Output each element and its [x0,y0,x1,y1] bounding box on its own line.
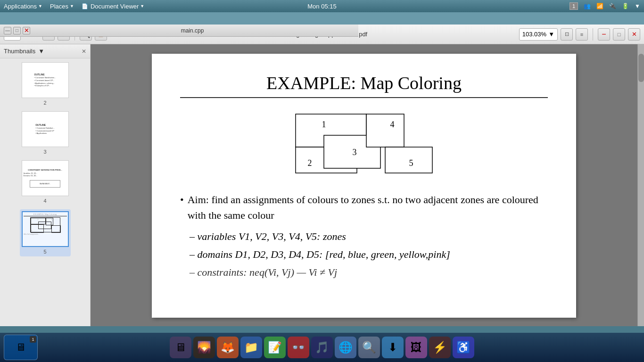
zoom-out-button[interactable]: − [598,28,610,41]
pdf-viewer-window: — □ ✕ main.cpp of 113 ◀ ▶ 🔍 📋 Constraint… [0,12,644,314]
thumbnails-close-button[interactable]: ✕ [82,48,86,55]
document-viewer-menu[interactable]: 📄 Document Viewer ▼ [82,3,144,10]
dash-line-3: – constraints: neq(Vi, Vj) — Vi ≠ Vj [180,266,548,279]
dock-icon-9[interactable]: ⬇ [382,337,404,358]
window-title: main.cpp [30,27,355,34]
taskbar-badge: 1 [30,336,36,343]
dock-icon-4[interactable]: 📝 [264,337,286,358]
system-time: Mon 05:15 [307,3,336,10]
taskbar-left: 🖥 1 [4,335,38,360]
zoom-level: 103.03% [522,31,546,38]
system-bar-right: 1 👥 📶 🔌 🔋 ▼ [570,2,640,10]
places-arrow: ▼ [70,4,74,8]
thumbnail-page-4[interactable]: CONSTRAINT SATISFACTION PROB... Variable… [22,160,69,204]
pdf-page-content: EXAMPLE: Map Coloring 1 2 3 [152,54,576,318]
window-title-bar: — □ ✕ main.cpp [0,25,358,37]
thumbnail-image-4: CONSTRAINT SATISFACTION PROB... Variable… [22,160,69,196]
thumbnails-list: OUTLINE • Constraint Satisfaction... • C… [0,58,90,326]
svg-text:4: 4 [390,120,395,129]
taskbar-app-icon[interactable]: 🖥 1 [4,335,38,360]
thumbnail-label-4: 4 [43,198,46,204]
window-controls: — □ ✕ [4,27,30,34]
document-viewer-arrow: ▼ [140,4,144,8]
places-label: Places [50,3,68,10]
zoom-arrow: ▼ [548,31,554,38]
thumbnails-header: Thumbnails ▼ ✕ [0,44,90,58]
dock-icon-11[interactable]: ⚡ [429,337,451,358]
document-viewer-label: Document Viewer [91,3,139,10]
dock-icon-7[interactable]: 🌐 [335,337,356,358]
pdf-content-area: Thumbnails ▼ ✕ OUTLINE • Constraint Sati… [0,44,644,326]
pdf-scrollbar[interactable] [637,44,644,326]
dock-icon-12[interactable]: ♿ [453,337,474,358]
places-menu[interactable]: Places ▼ [50,3,74,10]
zoom-control[interactable]: 103.03% ▼ [519,28,558,41]
dock-icon-6[interactable]: 🎵 [311,337,333,358]
close-button[interactable]: ✕ [23,27,30,34]
document-viewer-icon: 📄 [82,3,88,9]
thumbnail-label-2: 2 [43,100,46,106]
applications-menu[interactable]: Applications ▼ [4,3,42,10]
thumbnail-page-2[interactable]: OUTLINE • Constraint Satisfaction... • C… [22,62,69,106]
power-icon: ▼ [635,3,640,9]
system-bar-left: Applications ▼ Places ▼ 📄 Document Viewe… [4,3,144,10]
thumbnail-image-5: EXAMPLE: Map Coloring 1 2 3 4 5 • Aim: f… [22,211,69,247]
dock-icon-2[interactable]: 🦊 [217,337,239,358]
users-icon: 👥 [584,3,591,9]
title-divider [180,97,548,98]
dash-line-2: – domains D1, D2, D3, D4, D5: [red, blue… [180,248,548,261]
page-title: EXAMPLE: Map Coloring [180,73,548,93]
thumbnail-label-3: 3 [43,149,46,155]
bullet-text-1: Aim: find an assignments of colours to z… [188,192,548,223]
pdf-main-view[interactable]: EXAMPLE: Map Coloring 1 2 3 [91,44,637,326]
dock-icon-1[interactable]: 🌄 [193,337,215,358]
thumbnail-label-5: 5 [43,249,46,255]
thumbnail-image-2: OUTLINE • Constraint Satisfaction... • C… [22,62,69,98]
app-icon: 🖥 [16,341,26,354]
thumbnail-page-3[interactable]: OUTLINE • Constraint Satisfact... • Cons… [22,111,69,155]
wifi-icon: 📶 [596,3,603,9]
view-mode-button[interactable]: ≡ [576,28,588,41]
svg-text:1: 1 [322,120,326,129]
dock-icons: 🖥 🌄 🦊 📁 📝 👓 🎵 🌐 🔍 ⬇ 🖼 ⚡ ♿ [170,337,474,358]
thumbnails-label: Thumbnails [4,48,35,55]
thumbnail-page-5[interactable]: EXAMPLE: Map Coloring 1 2 3 4 5 • Aim: f… [20,209,71,256]
dock-icon-10[interactable]: 🖼 [405,337,427,358]
thumbnails-panel: Thumbnails ▼ ✕ OUTLINE • Constraint Sati… [0,44,91,326]
pdf-scrollbar-thumb[interactable] [638,54,644,82]
svg-text:3: 3 [353,148,357,157]
workspace-indicator[interactable]: 1 [570,2,578,10]
thumbnails-expand-icon: ▼ [38,48,44,55]
dock-icon-0[interactable]: 🖥 [170,337,191,358]
system-bar: Applications ▼ Places ▼ 📄 Document Viewe… [0,0,644,12]
separator-2 [593,28,593,41]
dash-line-1: – variables V1, V2, V3, V4, V5: zones [180,230,548,243]
window-close-button[interactable]: ✕ [628,28,640,41]
bullet-1: • Aim: find an assignments of colours to… [180,192,548,223]
maximize-button[interactable]: □ [13,27,21,34]
svg-text:2: 2 [308,158,312,168]
map-diagram: 1 2 3 4 5 [180,109,548,178]
svg-text:5: 5 [409,158,413,168]
restore-button[interactable]: □ [613,28,625,41]
taskbar: 🖥 1 🖥 🌄 🦊 📁 📝 👓 🎵 🌐 🔍 ⬇ 🖼 ⚡ ♿ [0,333,644,362]
battery-icon: 🔋 [622,3,629,9]
dock-icon-5[interactable]: 👓 [288,337,309,358]
applications-label: Applications [4,3,37,10]
dock-icon-8[interactable]: 🔍 [358,337,380,358]
map-coloring-svg: 1 2 3 4 5 [291,109,437,178]
bullet-symbol-1: • [180,192,184,223]
thumbnail-image-3: OUTLINE • Constraint Satisfact... • Cons… [22,111,69,147]
applications-arrow: ▼ [38,4,42,8]
dock-icon-3[interactable]: 📁 [240,337,262,358]
minimize-button[interactable]: — [4,27,11,34]
svg-rect-6 [366,114,404,147]
network-icon: 🔌 [609,3,616,9]
zoom-fit-button[interactable]: ⊡ [561,28,573,41]
